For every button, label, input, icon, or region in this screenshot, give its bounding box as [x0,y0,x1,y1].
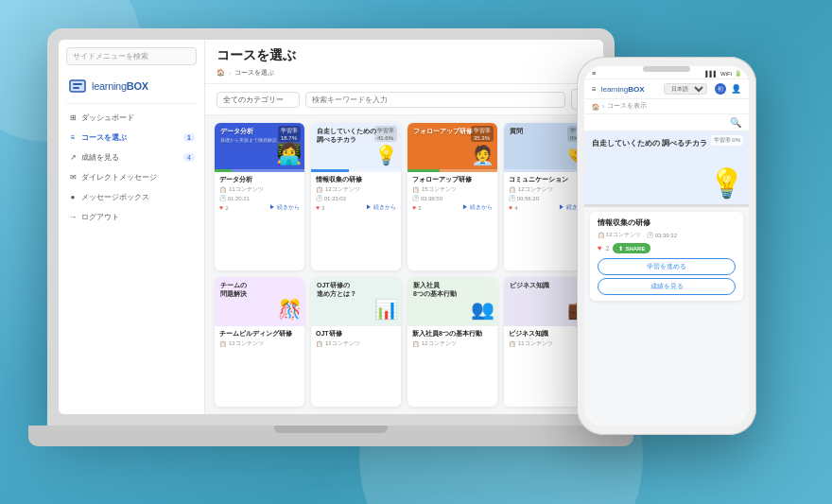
contents-count-4: 12コンテンツ [518,185,553,194]
phone-share-button[interactable]: ⬆ SHARE [613,243,650,253]
course-time-3: 🕐 03:39:50 [412,195,493,201]
results-label: 成績を見る [81,152,180,163]
thumb-figure-1: 👩‍💻 [276,142,302,166]
breadcrumb-sep: › [229,70,231,77]
battery-icon: 🔋 [735,70,741,77]
logout-label: ログアウト [81,212,195,222]
messages-label: メッセージボックス [81,192,195,202]
sidebar-item-logout[interactable]: → ログアウト [59,207,204,227]
home-icon: 🏠 [217,69,225,77]
phone-nav: ≡ learningBOX 日本語 初 👤 [584,79,749,99]
course-title-7: 新入社員8つの基本行動 [412,330,493,338]
phone-meta-contents: 📋 12コンテンツ [598,231,641,239]
phone-user-icon[interactable]: 👤 [731,84,741,94]
phone-course-name: 情報収集の研修 [598,217,736,228]
course-meta-7: 📋 12コンテンツ [412,339,493,348]
thumb-rate-2: 学習率41.6% [374,126,397,142]
phone-study-button[interactable]: 学習を進める [598,258,736,275]
sidebar-item-direct[interactable]: ✉ ダイレクトメッセージ [59,167,204,187]
logout-icon: → [68,213,78,221]
course-meta-3: 📋 15コンテンツ [412,185,493,194]
course-title-1: データ分析 [219,176,300,183]
heart-icon-3: ♥ [412,204,416,211]
signal-icon: ▌▌▌ [705,71,718,77]
category-filter[interactable]: 全てのカテゴリー [217,92,300,108]
phone-lang-select[interactable]: 日本語 [664,83,707,95]
course-info-2: 情報収集の研修 📋 12コンテンツ 🕐 01:23:02 ♥ 2 [311,172,401,216]
thumb-title-6: OJT研修の進め方とは？ [311,277,362,302]
phone-screen: ≡ ▌▌▌ WiFi 🔋 ≡ learningBOX 日本語 初 👤 [584,66,749,426]
sidebar-search-placeholder[interactable]: サイドメニューを検索 [66,47,197,65]
phone-device: ≡ ▌▌▌ WiFi 🔋 ≡ learningBOX 日本語 初 👤 [577,57,766,454]
course-time-1: 🕐 01:20:21 [219,195,300,201]
progress-bar-3 [407,169,497,172]
course-time-2: 🕐 01:23:02 [316,195,396,201]
course-meta-5: 📋 12コンテンツ [219,339,300,348]
progress-bar-1 [215,169,304,172]
results-badge: 4 [183,153,195,162]
wifi-icon: WiFi [720,71,732,77]
laptop-device: サイドメニューを検索 learningBOX [47,28,633,473]
sidebar-logo: learningBOX [59,71,204,103]
course-thumb-5: チームの問題解決 🎊 [215,277,304,326]
phone-progress-bar [584,204,749,207]
laptop-body: サイドメニューを検索 learningBOX [47,28,615,426]
phone-notch [643,66,690,72]
phone-search-icon[interactable]: 🔍 [730,117,741,128]
phone-body: ≡ ▌▌▌ WiFi 🔋 ≡ learningBOX 日本語 初 👤 [577,57,756,435]
heart-icon-4: ♥ [509,204,512,211]
phone-breadcrumb: 🏠 › コースを表示 [584,99,749,114]
course-actions-2: ♥ 2 ▶ 続きから [316,203,396,212]
phone-detail-card: 情報収集の研修 📋 12コンテンツ 🕐 03:39:32 ♥ 2 [590,212,743,301]
contents-icon-3: 📋 [412,186,419,193]
filters-bar: 全てのカテゴリー 🔍 [205,84,603,115]
heart-icon-2: ♥ [316,204,320,211]
course-meta-2: 📋 12コンテンツ [316,185,396,194]
breadcrumb: 🏠 › コースを選ぶ [217,68,592,78]
thumb-title-5: チームの問題解決 [215,277,252,302]
sidebar-item-messages[interactable]: ● メッセージボックス [59,187,204,207]
continue-btn-3[interactable]: ▶ 続きから [462,203,493,212]
phone-contents-count: 12コンテンツ [606,231,641,239]
contents-icon-8: 📋 [509,340,515,347]
sidebar-item-dashboard[interactable]: ⊞ ダッシュボード [59,108,204,128]
phone-logo: learningBOX [601,85,659,94]
phone-home-icon: 🏠 [592,103,599,111]
contents-icon-1: 📋 [219,186,226,193]
course-actions-1: ♥ 2 ▶ 続きから [219,203,300,212]
direct-label: ダイレクトメッセージ [81,172,195,182]
course-info-6: OJT研修 📋 12コンテンツ [311,326,401,353]
phone-status-left: ≡ [592,70,596,77]
phone-hamburger-icon[interactable]: ≡ [592,85,597,94]
progress-fill-1 [215,169,232,172]
thumb-title-3: フォローアップ研修 [407,123,478,139]
thumb-figure-3: 🧑‍💼 [471,144,494,166]
phone-like-icon: ♥ [598,244,602,252]
phone-time-icon: 🕐 [647,232,653,238]
contents-icon-7: 📋 [412,340,419,347]
dashboard-icon: ⊞ [68,113,78,122]
continue-btn-1[interactable]: ▶ 続きから [269,203,300,212]
like-count-4: ♥ 4 [509,204,518,211]
like-count-1: ♥ 2 [219,204,229,211]
like-count-3: ♥ 2 [412,204,422,211]
sidebar-item-results[interactable]: ↗ 成績を見る 4 [59,148,204,167]
phone-featured-figure: 💡 [709,166,744,200]
continue-btn-2[interactable]: ▶ 続きから [366,203,396,212]
contents-icon-4: 📋 [509,186,515,193]
course-search-input[interactable] [305,92,565,108]
course-thumb-6: OJT研修の進め方とは？ 📊 [311,277,401,326]
thumb-figure-6: 📊 [374,298,398,321]
progress-fill-3 [407,169,440,172]
sidebar-item-courses[interactable]: ≡ コースを選ぶ 1 [59,128,204,148]
breadcrumb-current: コースを選ぶ [234,68,274,78]
courses-label: コースを選ぶ [81,132,180,143]
thumb-title-4: 質問 [504,123,529,139]
course-title-3: フォローアップ研修 [412,176,493,183]
progress-bar-2 [311,169,401,172]
phone-results-button[interactable]: 成績を見る [598,278,736,295]
course-card-5: チームの問題解決 🎊 チームビルディング研修 📋 12コンテンツ [215,277,304,408]
phone-meta-time: 🕐 03:39:32 [647,232,677,238]
contents-count-7: 12コンテンツ [422,339,457,348]
thumb-title-1: データ分析基礎から実践まで徹底解説 [215,123,283,148]
